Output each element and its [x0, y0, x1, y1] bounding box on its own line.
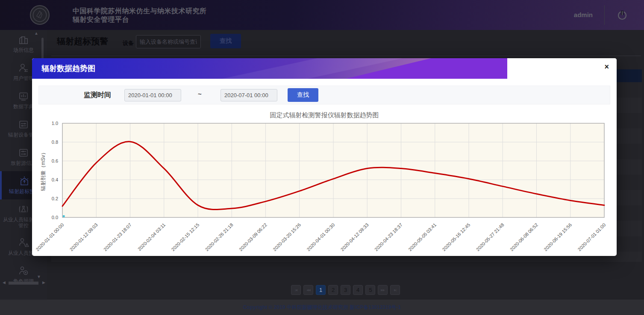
svg-text:2020-02-04 03:11: 2020-02-04 03:11: [137, 222, 166, 252]
data-dictionary-icon: [18, 91, 29, 102]
dialog-header: 辐射数据趋势图 ×: [32, 58, 617, 79]
section-divider: [51, 56, 641, 56]
svg-text:0.6: 0.6: [52, 158, 58, 163]
scroll-right-icon[interactable]: ▶: [42, 280, 45, 285]
app-header: 中国科学院苏州纳米仿生与纳米技术研究所 辐射安全管理平台 admin: [0, 0, 644, 30]
svg-text:2020-04-23 18:37: 2020-04-23 18:37: [373, 222, 403, 252]
source-info-icon: [18, 147, 29, 158]
pagination-page-button[interactable]: 3: [341, 285, 350, 295]
svg-text:2020-02-15 12:15: 2020-02-15 12:15: [171, 222, 200, 252]
pagination-prev-button[interactable]: ◀◀: [303, 285, 313, 295]
pagination-page-button[interactable]: 4: [353, 285, 363, 295]
user-icon: [18, 62, 29, 74]
pagination-page-button[interactable]: 1: [316, 285, 326, 295]
svg-text:2020-07-01 01:00: 2020-07-01 01:00: [577, 222, 607, 252]
header-divider: [604, 5, 605, 25]
logout-power-icon[interactable]: [617, 9, 628, 21]
dialog-filter-bar: 监测时间 ~ 查找: [38, 86, 610, 104]
sidebar-scroll-down-icon[interactable]: ▼: [37, 274, 41, 279]
svg-text:2020-03-09 06:22: 2020-03-09 06:22: [238, 222, 268, 252]
svg-text:2020-06-19 15:56: 2020-06-19 15:56: [543, 222, 573, 252]
monitor-time-label: 监测时间: [84, 91, 111, 100]
footer: Copyright © 2019 中科院新疆理化技术研究所 新ICP备13012…: [0, 300, 644, 315]
scrollbar-thumb[interactable]: [9, 282, 38, 285]
trend-chart: 0.00.20.40.60.81.02020-01-01 00:002020-0…: [32, 121, 617, 254]
dose-flask-icon: [18, 204, 29, 215]
svg-text:2020-03-20 15:26: 2020-03-20 15:26: [272, 222, 302, 252]
app-title-line1: 中国科学院苏州纳米仿生与纳米技术研究所: [73, 7, 207, 15]
pagination-next-button[interactable]: ▶▶: [378, 285, 388, 295]
svg-text:1.0: 1.0: [52, 121, 58, 126]
end-datetime-input[interactable]: [221, 89, 277, 101]
device-settings-icon: [18, 119, 29, 130]
range-separator: ~: [198, 90, 202, 98]
svg-text:2020-02-26 21:18: 2020-02-26 21:18: [204, 222, 234, 252]
app-title-line2: 辐射安全管理平台: [73, 15, 207, 24]
svg-text:2020-01-23 18:07: 2020-01-23 18:07: [103, 222, 132, 252]
svg-text:2020-01-12 09:03: 2020-01-12 09:03: [69, 222, 99, 252]
dialog-header-gradient: [32, 58, 507, 79]
radiation-alert-icon: [19, 175, 30, 187]
sidebar-item-place-info[interactable]: 场所信息: [0, 30, 47, 58]
pagination-first-button[interactable]: |◀: [291, 285, 301, 295]
scroll-left-icon[interactable]: ◀: [3, 280, 6, 285]
svg-text:0.2: 0.2: [52, 196, 58, 201]
svg-text:2020-05-16 12:45: 2020-05-16 12:45: [441, 222, 471, 252]
pagination-page-button[interactable]: 5: [365, 285, 375, 295]
device-search-input[interactable]: [136, 35, 201, 48]
chart-title: 固定式辐射检测警报仪辐射数据趋势图: [32, 111, 617, 119]
svg-text:2020-05-05 03:41: 2020-05-05 03:41: [407, 222, 437, 252]
pagination-last-button[interactable]: ▶|: [390, 285, 400, 295]
app-title: 中国科学院苏州纳米仿生与纳米技术研究所 辐射安全管理平台: [73, 7, 207, 24]
svg-text:2020-05-27 21:48: 2020-05-27 21:48: [475, 222, 505, 252]
building-icon: [18, 34, 29, 45]
trend-dialog: 辐射数据趋势图 × 监测时间 ~ 查找 固定式辐射检测警报仪辐射数据趋势图 0.…: [32, 58, 617, 256]
person-warning-icon: [18, 237, 29, 248]
sidebar-item-label: 场所信息: [0, 47, 47, 53]
svg-text:辐射剂量（mSv）: 辐射剂量（mSv）: [40, 150, 46, 191]
svg-text:2020-04-12 09:33: 2020-04-12 09:33: [340, 222, 370, 252]
pagination: |◀ ◀◀ 1 2 3 4 5 ▶▶ ▶|: [47, 285, 644, 295]
copyright-text: Copyright © 2019 中科院新疆理化技术研究所 新ICP备13012…: [0, 304, 644, 311]
start-datetime-input[interactable]: [124, 89, 181, 101]
svg-text:2020-04-01 00:30: 2020-04-01 00:30: [306, 222, 336, 252]
institute-logo: [30, 5, 50, 25]
trend-search-button[interactable]: 查找: [288, 88, 318, 102]
svg-text:2020-01-01 00:00: 2020-01-01 00:00: [35, 222, 65, 252]
device-search-button[interactable]: 查找: [210, 34, 241, 48]
logo-emblem-icon: [31, 6, 49, 24]
close-icon[interactable]: ×: [604, 62, 609, 71]
application-window: 中国科学院苏州纳米仿生与纳米技术研究所 辐射安全管理平台 admin ▲ 场所信…: [0, 0, 644, 315]
current-user[interactable]: admin: [574, 11, 593, 18]
role-gear-icon: [18, 265, 29, 276]
sidebar-horizontal-scrollbar[interactable]: ◀ ▶: [3, 281, 45, 285]
pagination-page-button[interactable]: 2: [328, 285, 338, 295]
svg-text:0.0: 0.0: [52, 215, 58, 220]
page-title: 辐射超标预警: [57, 36, 108, 47]
svg-text:0.8: 0.8: [52, 140, 58, 145]
svg-text:0.4: 0.4: [52, 177, 58, 182]
svg-text:2020-06-08 06:52: 2020-06-08 06:52: [509, 222, 539, 252]
dialog-title: 辐射数据趋势图: [41, 63, 95, 74]
